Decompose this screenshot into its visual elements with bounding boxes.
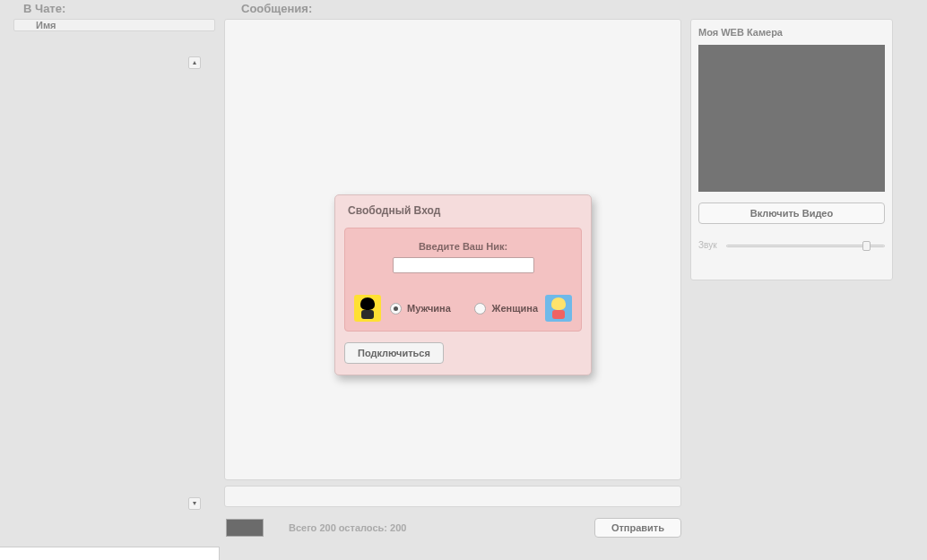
scroll-down-button[interactable]: ▾	[188, 497, 201, 510]
char-remaining-label: Всего 200 осталось: 200	[289, 522, 406, 533]
enter-nick-label: Введите Ваш Ник:	[354, 241, 572, 252]
messages-label: Сообщения:	[212, 2, 312, 15]
radio-female[interactable]	[474, 303, 486, 314]
message-input[interactable]	[224, 486, 681, 507]
sound-label: Звук	[698, 240, 717, 250]
webcam-title: Моя WEB Камера	[698, 27, 885, 38]
radio-male-label: Мужчина	[407, 303, 451, 314]
page-crop-artifact	[0, 547, 220, 560]
user-list-panel: Имя	[13, 19, 215, 538]
color-picker[interactable]	[226, 519, 264, 537]
radio-male[interactable]	[390, 303, 402, 314]
send-button[interactable]: Отправить	[594, 518, 681, 538]
sound-slider[interactable]	[726, 241, 885, 250]
enable-video-button[interactable]: Включить Видео	[698, 202, 885, 224]
webcam-panel: Моя WEB Камера Включить Видео Звук	[690, 19, 893, 280]
connect-button[interactable]: Подключиться	[344, 342, 444, 364]
webcam-view	[698, 45, 885, 192]
sound-slider-thumb[interactable]	[862, 241, 871, 251]
modal-title: Свободный Вход	[335, 195, 591, 222]
login-modal: Свободный Вход Введите Ваш Ник: Мужчина …	[334, 194, 592, 375]
user-list-name-header: Имя	[14, 20, 214, 31]
avatar-male-icon	[354, 295, 381, 322]
radio-female-label: Женщина	[491, 303, 538, 314]
in-chat-label: В Чате:	[0, 2, 212, 15]
user-list: Имя	[13, 19, 215, 31]
nickname-input[interactable]	[393, 257, 534, 273]
avatar-female-icon	[545, 295, 572, 322]
scroll-up-button[interactable]: ▴	[188, 56, 201, 69]
